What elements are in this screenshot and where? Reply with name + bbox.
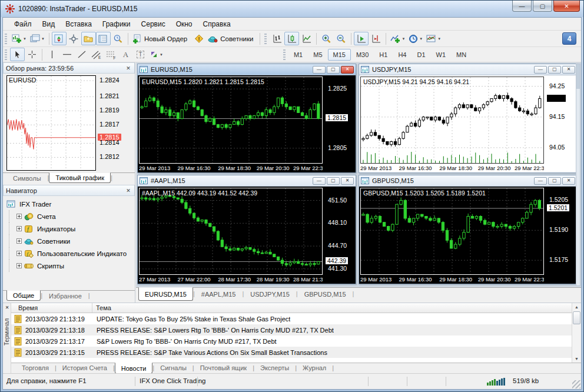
column-topic[interactable]: Тема bbox=[92, 303, 572, 313]
menu-item-5[interactable]: Окно bbox=[171, 18, 198, 30]
chart-window-usdjpy[interactable]: USDJPY,M15—▢✕USDJPY,M15 94.21 94.25 94.1… bbox=[359, 64, 578, 173]
expand-plus-icon[interactable] bbox=[16, 238, 22, 244]
expand-plus-icon[interactable] bbox=[16, 263, 22, 268]
equidistant-channel-tool-button[interactable]: E bbox=[89, 48, 104, 61]
candlestick-chart-button[interactable] bbox=[284, 32, 299, 45]
maximize-button[interactable]: ▢ bbox=[533, 1, 552, 12]
navigator-item-custom[interactable]: fПользовательские Индикато bbox=[6, 247, 135, 260]
text-label-tool-button[interactable]: T bbox=[133, 48, 148, 61]
news-scrollbar[interactable]: ▲ ▼ bbox=[572, 303, 581, 363]
status-one-click-trading[interactable]: IFX One Click Trading bbox=[140, 377, 205, 384]
news-row[interactable]: 2013/03/29 21:13:19UPDATE: Tokyo Gas To … bbox=[11, 313, 572, 324]
navigator-item-experts[interactable]: Советники bbox=[6, 235, 135, 247]
close-button[interactable]: ✕ bbox=[553, 1, 580, 12]
navigator-tab-1[interactable]: Избранное bbox=[42, 291, 88, 301]
indicators-button[interactable]: ▼ bbox=[389, 32, 407, 45]
terminal-close-icon[interactable]: ✕ bbox=[4, 304, 11, 311]
market-watch-header[interactable]: Обзор рынка: 23:59:56✕ bbox=[3, 62, 135, 74]
bar-chart-button[interactable] bbox=[270, 32, 284, 45]
navigator-header[interactable]: Навигатор✕ bbox=[3, 185, 135, 196]
chart-close-button[interactable]: ✕ bbox=[562, 177, 575, 185]
vertical-line-tool-button[interactable] bbox=[45, 48, 59, 61]
crosshair-tool-button[interactable] bbox=[25, 48, 39, 61]
timeframe-button-d1[interactable]: D1 bbox=[412, 49, 430, 61]
timeframe-button-h1[interactable]: H1 bbox=[374, 49, 393, 61]
chart-plot-area[interactable]: GBPUSD,M15 1.5203 1.5205 1.5189 1.5201 bbox=[360, 188, 544, 275]
navigator-item-scripts[interactable]: Скрипты bbox=[6, 260, 135, 272]
chart-window-titlebar[interactable]: USDJPY,M15—▢✕ bbox=[359, 64, 577, 75]
chart-minimize-button[interactable]: — bbox=[313, 66, 326, 74]
window-titlebar[interactable]: 1020890: InstaTrader - EURUSD,M15 — ▢ ✕ bbox=[1, 1, 583, 17]
scrollbar-thumb[interactable] bbox=[576, 64, 580, 89]
chart-plot-area[interactable]: USDJPY,M15 94.21 94.25 94.16 94.21 bbox=[360, 77, 544, 164]
market-watch-toggle-button[interactable] bbox=[52, 32, 67, 45]
minimize-button[interactable]: — bbox=[512, 1, 532, 12]
chart-tab-2[interactable]: USDJPY,M15 bbox=[244, 288, 296, 301]
terminal-tab-4[interactable]: Почтовый ящик bbox=[194, 363, 253, 373]
scrollbar-thumb[interactable] bbox=[573, 311, 580, 324]
zoom-out-button[interactable] bbox=[334, 32, 349, 45]
chart-window-titlebar[interactable]: #AAPL,M15—▢✕ bbox=[138, 175, 356, 187]
terminal-tab-3[interactable]: Сигналы bbox=[154, 363, 193, 373]
chart-minimize-button[interactable]: — bbox=[534, 177, 547, 185]
market-watch-tab-1[interactable]: Тиковый график bbox=[49, 172, 111, 183]
toolbar-grip[interactable] bbox=[5, 34, 7, 44]
expand-plus-icon[interactable] bbox=[16, 251, 22, 256]
zoom-in-button[interactable] bbox=[319, 32, 334, 45]
toolbar-grip[interactable] bbox=[264, 34, 267, 44]
chart-plot-area[interactable]: #AAPL,M15 442.09 443.19 441.52 442.39 bbox=[139, 188, 323, 275]
chart-close-button[interactable]: ✕ bbox=[341, 177, 354, 185]
tick-chart[interactable]: EURUSD bbox=[6, 75, 96, 171]
horizontal-line-tool-button[interactable] bbox=[59, 48, 74, 61]
periods-button[interactable]: ▼ bbox=[407, 32, 424, 45]
trendline-tool-button[interactable] bbox=[74, 48, 89, 61]
timeframe-button-w1[interactable]: W1 bbox=[431, 49, 452, 61]
news-row[interactable]: 2013/03/29 21:13:15PRESS RELEASE: S&P Ta… bbox=[11, 347, 572, 358]
chart-plot-area[interactable]: EURUSD,M15 1.2820 1.2821 1.2815 1.2815 bbox=[139, 77, 323, 164]
chart-tab-1[interactable]: #AAPL,M15 bbox=[195, 288, 243, 301]
menu-item-3[interactable]: Графики bbox=[97, 18, 136, 30]
expand-plus-icon[interactable] bbox=[16, 214, 22, 219]
chart-shift-button[interactable] bbox=[369, 32, 383, 45]
resize-grip[interactable] bbox=[572, 380, 580, 388]
data-window-button[interactable] bbox=[67, 32, 81, 45]
menu-item-2[interactable]: Вставка bbox=[60, 18, 97, 30]
templates-button[interactable]: ▼ bbox=[424, 32, 443, 45]
arrows-tool-button[interactable]: ▼ bbox=[148, 48, 165, 61]
timeframe-button-m30[interactable]: M30 bbox=[351, 49, 374, 61]
news-row[interactable]: 2013/03/29 21:13:17S&P Lowers Rtg To 'BB… bbox=[11, 335, 572, 347]
terminal-tab-6[interactable]: Журнал bbox=[297, 363, 332, 373]
menu-item-1[interactable]: Вид bbox=[37, 18, 61, 30]
chart-minimize-button[interactable]: — bbox=[534, 66, 547, 74]
chart-maximize-button[interactable]: ▢ bbox=[548, 177, 561, 185]
chart-tab-0[interactable]: EURUSD,M15 bbox=[138, 287, 193, 301]
timeframe-button-mn[interactable]: MN bbox=[451, 49, 472, 61]
scroll-up-icon[interactable]: ▲ bbox=[572, 303, 581, 311]
timeframe-button-m15[interactable]: M15 bbox=[328, 49, 351, 61]
chart-tab-3[interactable]: GBPUSD,M15 bbox=[298, 288, 353, 301]
chart-close-button[interactable]: ✕ bbox=[341, 66, 354, 74]
comments-badge[interactable]: 4 bbox=[562, 32, 576, 45]
terminal-toggle-button[interactable] bbox=[96, 32, 111, 45]
chart-price-scale[interactable]: 1.28251.28151.2805 bbox=[324, 77, 356, 164]
terminal-tab-0[interactable]: Торговля bbox=[16, 363, 55, 373]
chart-price-scale[interactable]: 94.2594.2194.1594.05 bbox=[546, 77, 577, 164]
expert-advisors-button[interactable]: Советники bbox=[206, 32, 257, 45]
column-time[interactable]: Время bbox=[11, 303, 92, 313]
cursor-tool-button[interactable] bbox=[10, 48, 25, 61]
news-table-header[interactable]: Время Тема bbox=[11, 303, 572, 313]
chart-close-button[interactable]: ✕ bbox=[562, 66, 575, 74]
chart-window-titlebar[interactable]: EURUSD,M15—▢✕ bbox=[138, 64, 356, 75]
chart-time-axis[interactable]: 29 Mar 201329 Mar 16:3029 Mar 18:3029 Ma… bbox=[360, 165, 544, 172]
timeframe-button-h4[interactable]: H4 bbox=[393, 49, 412, 61]
terminal-tab-2[interactable]: Новости bbox=[115, 363, 153, 374]
news-row[interactable]: 2013/03/29 21:13:18PRESS RELEASE: S&P Lo… bbox=[11, 324, 572, 335]
chart-window-titlebar[interactable]: GBPUSD,M15—▢✕ bbox=[359, 175, 577, 187]
new-chart-button[interactable]: ▼ bbox=[10, 32, 28, 45]
market-watch-tab-0[interactable]: Символы bbox=[6, 173, 48, 184]
chart-price-scale[interactable]: 1.52051.52011.51901.5175 bbox=[546, 188, 577, 275]
timeframe-button-m5[interactable]: M5 bbox=[308, 49, 327, 61]
text-tool-button[interactable]: A bbox=[118, 48, 133, 61]
menu-item-0[interactable]: Файл bbox=[9, 18, 37, 30]
scroll-down-icon[interactable]: ▼ bbox=[572, 355, 581, 363]
